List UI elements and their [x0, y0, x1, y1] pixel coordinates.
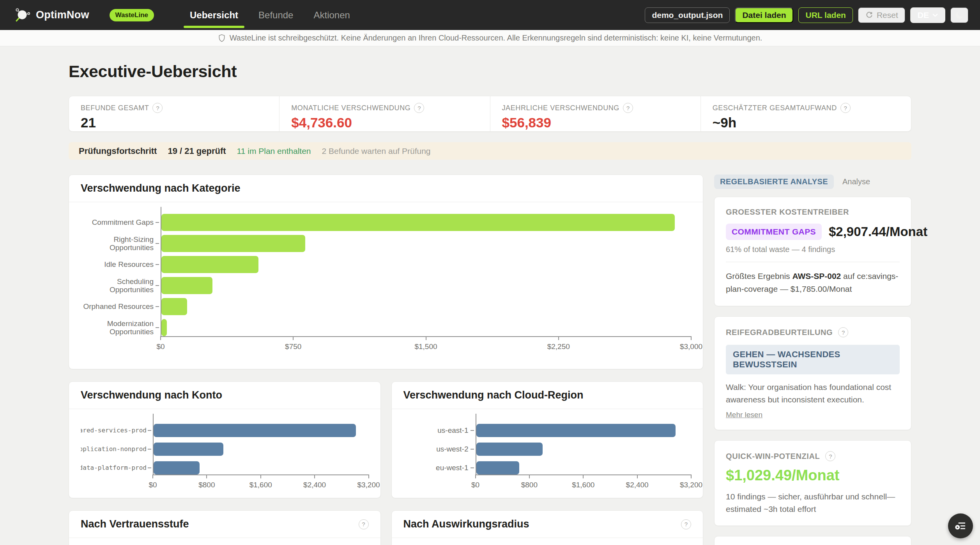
read-more-link[interactable]: Mehr lesen — [726, 411, 762, 419]
chart-track — [476, 424, 692, 437]
chart-track — [161, 319, 691, 336]
chart-card-confidence: Nach Vertrauensstufe ? — [69, 510, 381, 545]
chart-category-label: Scheduling Opportunities — [81, 277, 161, 294]
chart-category-label: Idle Resources — [81, 260, 161, 268]
tab-aktionen[interactable]: Aktionen — [306, 0, 357, 30]
sidebar-tab-analyse[interactable]: Analyse — [842, 177, 870, 186]
optimnow-logo-icon — [13, 6, 31, 24]
reset-icon — [865, 11, 874, 19]
axis-tick — [529, 474, 530, 478]
chart-title-confidence: Nach Vertrauensstufe — [81, 518, 189, 530]
stat-annual-waste: JAEHRLICHE VERSCHWENDUNG ? $56,839 — [490, 96, 701, 131]
chart-track — [154, 424, 369, 437]
chart-track — [161, 256, 691, 273]
region-bar-chart: us-east-1us-west-2eu-west-1$0$800$1,600$… — [392, 409, 703, 494]
bar-right-sizing-opportunities — [161, 235, 305, 252]
axis-tick — [426, 336, 426, 340]
list-icon — [954, 520, 967, 532]
help-icon[interactable]: ? — [838, 327, 848, 337]
chart-category-label: us-east-1 — [403, 426, 476, 434]
axis-tick — [160, 336, 161, 340]
stat-value: $56,839 — [502, 115, 689, 131]
chart-card-region: Verschwendung nach Cloud-Region us-east-… — [391, 381, 704, 498]
summary-fab-button[interactable] — [948, 513, 973, 538]
quick-win-description: 10 findings — sicher, ausführbar und sch… — [726, 490, 900, 515]
account-bar-chart: shared-services-prodapplication-nonprodd… — [69, 409, 380, 494]
chart-row: Orphaned Resources — [81, 298, 691, 315]
chart-row: Commitment Gaps — [81, 214, 691, 231]
product-badge: WasteLine — [110, 9, 154, 21]
tab-aktionen-label: Aktionen — [313, 10, 350, 21]
axis-tick — [314, 474, 315, 478]
sidebar-tab-rule-based[interactable]: REGELBASIERTE ANALYSE — [714, 175, 834, 189]
axis-tick — [206, 474, 207, 478]
help-icon[interactable]: ? — [681, 519, 691, 529]
axis-tick-label: $2,250 — [547, 342, 570, 351]
axis-tick-label: $800 — [198, 481, 215, 489]
axis-tick-label: $750 — [285, 342, 301, 351]
help-icon[interactable]: ? — [359, 519, 369, 529]
load-file-button[interactable]: Datei laden — [735, 7, 793, 23]
progress-awaiting: 2 Befunde warten auf Prüfung — [322, 146, 431, 156]
axis-tick-label: $0 — [149, 481, 157, 489]
chart-row: Scheduling Opportunities — [81, 277, 691, 294]
shield-icon — [218, 34, 226, 42]
tab-uebersicht[interactable]: Uebersicht — [183, 0, 245, 30]
axis-tick — [637, 474, 638, 478]
bar-orphaned-resources — [161, 298, 187, 315]
stats-row: BEFUNDE GESAMT ? 21 MONATLICHE VERSCHWEN… — [69, 96, 911, 132]
review-progress-strip: Prüfungsfortschritt 19 / 21 geprüft 11 i… — [69, 142, 911, 160]
chart-title-category: Verschwendung nach Kategorie — [81, 182, 241, 194]
chart-row: Idle Resources — [81, 256, 691, 273]
loaded-file-chip[interactable]: demo_output.json — [645, 7, 730, 23]
chart-category-label: Commitment Gaps — [81, 218, 161, 226]
quick-win-label: QUICK-WIN-POTENZIAL — [726, 452, 820, 461]
language-value: DE — [918, 11, 929, 20]
chart-track — [161, 298, 691, 315]
axis-tick-label: $0 — [156, 342, 165, 351]
page-title: Executive-Uebersicht — [69, 62, 911, 81]
stat-label: BEFUNDE GESAMT — [81, 104, 149, 112]
help-icon[interactable]: ? — [623, 103, 633, 113]
chart-card-category: Verschwendung nach Kategorie Commitment … — [69, 175, 703, 369]
dark-mode-toggle[interactable] — [950, 7, 968, 23]
chevron-down-icon — [932, 13, 938, 17]
category-bar-chart: Commitment GapsRight-Sizing Opportunitie… — [69, 202, 703, 356]
readonly-notice-banner: WasteLine ist schreibgeschützt. Keine Än… — [0, 30, 980, 46]
chart-card-account: Verschwendung nach Konto shared-services… — [69, 381, 381, 498]
chart-title-account: Verschwendung nach Konto — [81, 389, 222, 401]
tab-befunde-label: Befunde — [258, 10, 293, 21]
stat-value: ~9h — [713, 115, 899, 131]
axis-tick — [583, 474, 584, 478]
axis-tick-label: $800 — [521, 481, 538, 489]
stat-label: GESCHÄTZTER GESAMTAUFWAND — [713, 104, 837, 112]
chart-category-label: Right-Sizing Opportunities — [81, 235, 161, 252]
next-steps-card: EMPFOHLENE NAECHSTE SCHRITTE Verwaiste R… — [714, 536, 911, 545]
bar-idle-resources — [161, 256, 258, 273]
progress-in-plan: 11 im Plan enthalten — [237, 146, 311, 156]
tab-befunde[interactable]: Befunde — [251, 0, 300, 30]
load-url-button[interactable]: URL laden — [798, 7, 853, 23]
help-icon[interactable]: ? — [825, 451, 835, 461]
bar-data-platform-prod — [154, 461, 200, 474]
chart-category-label: eu-west-1 — [403, 464, 476, 472]
axis-tick-label: $0 — [471, 481, 479, 489]
help-icon[interactable]: ? — [840, 103, 851, 113]
chart-row: eu-west-1 — [403, 461, 692, 474]
axis-tick-label: $1,500 — [414, 342, 437, 351]
notice-text: WasteLine ist schreibgeschützt. Keine Än… — [230, 34, 762, 42]
help-icon[interactable]: ? — [152, 103, 163, 113]
help-icon[interactable]: ? — [414, 103, 424, 113]
axis-tick — [293, 336, 294, 340]
stat-label: JAEHRLICHE VERSCHWENDUNG — [502, 104, 619, 112]
axis-tick — [152, 474, 153, 478]
axis-tick-label: $2,400 — [626, 481, 649, 489]
reset-button[interactable]: Reset — [858, 7, 905, 23]
chart-track — [161, 235, 691, 252]
chart-x-axis: $0$800$1,600$2,400$3,200 — [153, 474, 369, 494]
language-selector[interactable]: DE — [910, 7, 945, 23]
axis-tick — [558, 336, 559, 340]
chart-card-blast-radius: Nach Auswirkungsradius ? — [391, 510, 704, 545]
chart-category-label: us-west-2 — [403, 445, 476, 453]
stat-total-findings: BEFUNDE GESAMT ? 21 — [69, 96, 279, 131]
